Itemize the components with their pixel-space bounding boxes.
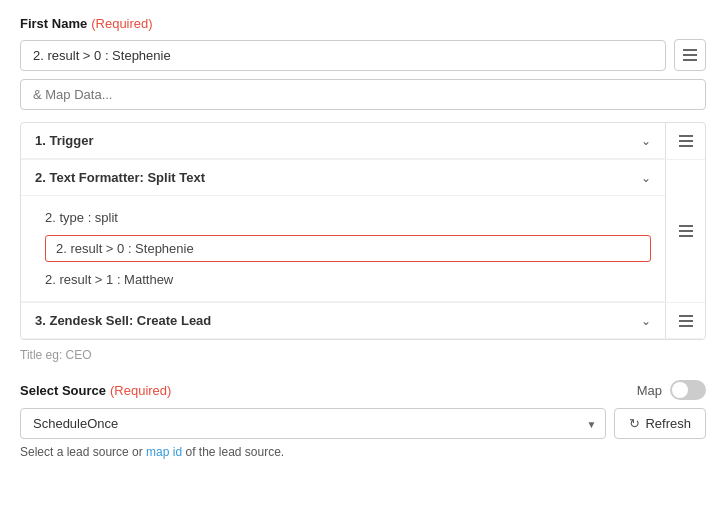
- source-select-wrapper: ScheduleOnce: [20, 408, 606, 439]
- search-row: [20, 79, 706, 110]
- trigger-hamburger-line-1: [679, 135, 693, 137]
- hamburger-line-3: [683, 59, 697, 61]
- hint-text: Select a lead source or map id of the le…: [20, 445, 706, 459]
- source-select[interactable]: ScheduleOnce: [20, 408, 606, 439]
- hamburger-line-1: [683, 49, 697, 51]
- text-formatter-body: 2. type : split 2. result > 0 : Stepheni…: [21, 196, 665, 302]
- refresh-icon: ↻: [629, 416, 640, 431]
- text-formatter-section: 2. Text Formatter: Split Text ⌄ 2. type …: [21, 160, 705, 303]
- zendesk-header[interactable]: 3. Zendesk Sell: Create Lead ⌄: [21, 303, 665, 338]
- map-label: Map: [637, 383, 662, 398]
- text-formatter-chevron-icon: ⌄: [641, 171, 651, 185]
- trigger-header-right: ⌄: [641, 134, 651, 148]
- refresh-label: Refresh: [645, 416, 691, 431]
- title-hint: Title eg: CEO: [20, 340, 706, 366]
- trigger-hamburger-line-2: [679, 140, 693, 142]
- tf-hamburger-line-1: [679, 225, 693, 227]
- item-result-0-stephenie: 2. result > 0 : Stephenie: [56, 241, 194, 256]
- map-toggle-group: Map: [637, 380, 706, 400]
- tf-hamburger-line-2: [679, 230, 693, 232]
- zd-hamburger-line-3: [679, 325, 693, 327]
- hamburger-button[interactable]: [674, 39, 706, 71]
- zendesk-label: 3. Zendesk Sell: Create Lead: [35, 313, 211, 328]
- text-formatter-section-main: 2. Text Formatter: Split Text ⌄ 2. type …: [21, 160, 665, 302]
- zendesk-header-right: ⌄: [641, 314, 651, 328]
- field-name: First Name: [20, 16, 87, 31]
- selected-value-text: 2. result > 0 : Stephenie: [33, 48, 171, 63]
- zendesk-section: 3. Zendesk Sell: Create Lead ⌄: [21, 303, 705, 339]
- item-result-1-matthew: 2. result > 1 : Matthew: [45, 272, 173, 287]
- list-item: 2. type : split: [21, 204, 665, 231]
- zendesk-side-btn[interactable]: [665, 303, 705, 338]
- required-indicator: (Required): [91, 16, 152, 31]
- field-label: First Name (Required): [20, 16, 706, 31]
- select-source-label: Select Source (Required): [20, 383, 171, 398]
- trigger-chevron-icon: ⌄: [641, 134, 651, 148]
- map-toggle[interactable]: [670, 380, 706, 400]
- trigger-label: 1. Trigger: [35, 133, 94, 148]
- tf-hamburger-line-3: [679, 235, 693, 237]
- zendesk-chevron-icon: ⌄: [641, 314, 651, 328]
- refresh-button[interactable]: ↻ Refresh: [614, 408, 706, 439]
- select-source-label-text: Select Source: [20, 383, 106, 398]
- trigger-section-header[interactable]: 1. Trigger ⌄: [21, 123, 665, 159]
- text-formatter-side-btn[interactable]: [665, 160, 705, 302]
- zendesk-section-main: 3. Zendesk Sell: Create Lead ⌄: [21, 303, 665, 338]
- trigger-hamburger-line-3: [679, 145, 693, 147]
- selected-value-row: 2. result > 0 : Stephenie: [20, 39, 706, 71]
- search-input[interactable]: [20, 79, 706, 110]
- select-source-header: Select Source (Required) Map: [20, 380, 706, 400]
- map-id-link[interactable]: map id: [146, 445, 182, 459]
- list-item[interactable]: 2. result > 0 : Stephenie: [45, 235, 651, 262]
- source-dropdown-row: ScheduleOnce ↻ Refresh: [20, 408, 706, 439]
- hint-prefix: Select a lead source or: [20, 445, 143, 459]
- zd-hamburger-line-1: [679, 315, 693, 317]
- trigger-side-btn[interactable]: [665, 123, 705, 159]
- list-item: 2. result > 1 : Matthew: [21, 266, 665, 293]
- text-formatter-label: 2. Text Formatter: Split Text: [35, 170, 205, 185]
- hamburger-line-2: [683, 54, 697, 56]
- trigger-section-main: 1. Trigger ⌄: [21, 123, 665, 159]
- hint-suffix: of the lead source.: [185, 445, 284, 459]
- text-formatter-header-right: ⌄: [641, 171, 651, 185]
- zd-hamburger-line-2: [679, 320, 693, 322]
- trigger-section: 1. Trigger ⌄: [21, 123, 705, 160]
- select-source-section: Select Source (Required) Map ScheduleOnc…: [20, 380, 706, 459]
- item-type-split: 2. type : split: [45, 210, 118, 225]
- selected-value-box[interactable]: 2. result > 0 : Stephenie: [20, 40, 666, 71]
- text-formatter-header[interactable]: 2. Text Formatter: Split Text ⌄: [21, 160, 665, 196]
- select-source-required: (Required): [110, 383, 171, 398]
- dropdown-panel: 1. Trigger ⌄ 2. Text Formatter: Split Te…: [20, 122, 706, 340]
